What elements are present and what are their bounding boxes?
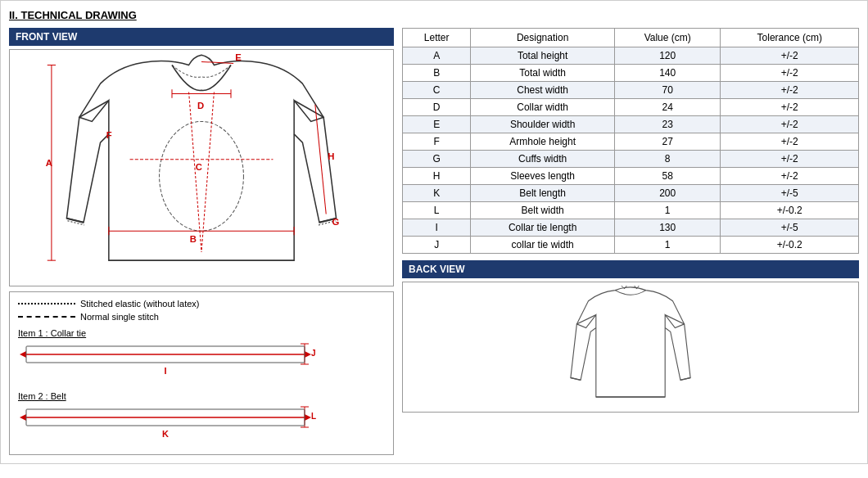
table-row: ICollar tie length130+/-5: [403, 219, 859, 237]
item1-svg: J I: [18, 340, 329, 385]
cell-letter: G: [403, 151, 471, 168]
cell-value: 120: [614, 47, 721, 65]
svg-marker-28: [20, 351, 26, 358]
cell-tolerance: +/-2: [721, 82, 859, 99]
header-tolerance: Tolerance (cm): [721, 29, 859, 47]
svg-text:C: C: [196, 162, 202, 172]
svg-marker-37: [20, 414, 26, 421]
table-row: GCuffs width8+/-2: [403, 151, 859, 168]
cell-designation: Belt length: [471, 185, 615, 202]
svg-text:K: K: [162, 429, 169, 439]
cell-value: 27: [614, 133, 721, 151]
cell-letter: I: [403, 219, 471, 237]
table-row: CChest width70+/-2: [403, 82, 859, 99]
cell-letter: A: [403, 47, 471, 65]
item1-section: Item 1 : Collar tie J: [18, 328, 385, 385]
right-side: Letter Designation Value (cm) Tolerance …: [402, 28, 859, 455]
cell-designation: Belt width: [471, 202, 615, 219]
cell-value: 130: [614, 219, 721, 237]
cell-letter: E: [403, 116, 471, 133]
cell-tolerance: +/-5: [721, 185, 859, 202]
legend-dotted-row: Stitched elastic (without latex): [18, 299, 385, 309]
svg-text:D: D: [197, 101, 204, 110]
cell-designation: Collar tie length: [471, 219, 615, 237]
cell-designation: Shoulder width: [471, 116, 615, 133]
item1-title: Item 1 : Collar tie: [18, 328, 385, 338]
cell-letter: H: [403, 168, 471, 185]
cell-designation: Cuffs width: [471, 151, 615, 168]
svg-marker-29: [305, 351, 311, 358]
legend-box: Stitched elastic (without latex) Normal …: [9, 291, 394, 455]
cell-tolerance: +/-2: [721, 133, 859, 151]
cell-letter: K: [403, 185, 471, 202]
cell-letter: J: [403, 237, 471, 254]
cell-tolerance: +/-0.2: [721, 202, 859, 219]
cell-value: 58: [614, 168, 721, 185]
front-view-header: FRONT VIEW: [9, 28, 394, 46]
svg-text:A: A: [46, 158, 52, 168]
svg-line-22: [201, 92, 214, 251]
cell-value: 1: [614, 202, 721, 219]
table-row: EShoulder width23+/-2: [403, 116, 859, 133]
left-side: FRONT VIEW: [9, 28, 394, 455]
table-row: FArmhole height27+/-2: [403, 133, 859, 151]
cell-tolerance: +/-2: [721, 116, 859, 133]
cell-letter: L: [403, 202, 471, 219]
cell-letter: F: [403, 133, 471, 151]
cell-designation: collar tie width: [471, 237, 615, 254]
cell-tolerance: +/-0.2: [721, 237, 859, 254]
cell-letter: C: [403, 82, 471, 99]
svg-line-21: [189, 92, 201, 251]
cell-tolerance: +/-2: [721, 47, 859, 65]
svg-text:B: B: [190, 234, 197, 244]
main-content: FRONT VIEW: [9, 28, 859, 455]
cell-tolerance: +/-5: [721, 219, 859, 237]
section-title: II. TECHNICAL DRAWING: [9, 9, 859, 21]
svg-text:F: F: [106, 130, 112, 140]
svg-line-41: [571, 378, 581, 381]
legend-dashed-row: Normal single stitch: [18, 312, 385, 322]
svg-text:L: L: [311, 412, 316, 421]
table-row: KBelt length200+/-5: [403, 185, 859, 202]
cell-tolerance: +/-2: [721, 151, 859, 168]
svg-text:E: E: [235, 52, 242, 62]
header-letter: Letter: [403, 29, 471, 47]
table-row: DCollar width24+/-2: [403, 99, 859, 116]
cell-letter: D: [403, 99, 471, 116]
cell-letter: B: [403, 65, 471, 82]
cell-designation: Armhole height: [471, 133, 615, 151]
cell-value: 1: [614, 237, 721, 254]
dotted-label: Stitched elastic (without latex): [80, 299, 200, 309]
cell-designation: Total height: [471, 47, 615, 65]
item2-section: Item 2 : Belt L: [18, 391, 385, 448]
dashed-line: [18, 316, 75, 318]
svg-point-0: [160, 121, 244, 231]
svg-text:H: H: [328, 151, 334, 161]
cell-value: 70: [614, 82, 721, 99]
table-row: Jcollar tie width1+/-0.2: [403, 237, 859, 254]
header-value: Value (cm): [614, 29, 721, 47]
garment-drawing: A B C D: [9, 49, 394, 286]
cell-designation: Collar width: [471, 99, 615, 116]
header-designation: Designation: [471, 29, 615, 47]
dotted-line: [18, 303, 75, 304]
back-view-svg: [557, 286, 704, 408]
back-view-header: BACK VIEW: [402, 260, 859, 278]
cell-value: 24: [614, 99, 721, 116]
table-header-row: Letter Designation Value (cm) Tolerance …: [403, 29, 859, 47]
dashed-label: Normal single stitch: [80, 312, 159, 322]
cell-designation: Sleeves length: [471, 168, 615, 185]
cell-value: 200: [614, 185, 721, 202]
measurements-table: Letter Designation Value (cm) Tolerance …: [402, 28, 859, 254]
cell-designation: Total width: [471, 65, 615, 82]
cell-tolerance: +/-2: [721, 168, 859, 185]
item2-title: Item 2 : Belt: [18, 391, 385, 401]
cell-value: 8: [614, 151, 721, 168]
table-row: LBelt width1+/-0.2: [403, 202, 859, 219]
item2-svg: L K: [18, 403, 329, 448]
svg-marker-38: [305, 414, 311, 421]
table-row: ATotal height120+/-2: [403, 47, 859, 65]
table-row: HSleeves length58+/-2: [403, 168, 859, 185]
table-row: BTotal width140+/-2: [403, 65, 859, 82]
cell-tolerance: +/-2: [721, 65, 859, 82]
